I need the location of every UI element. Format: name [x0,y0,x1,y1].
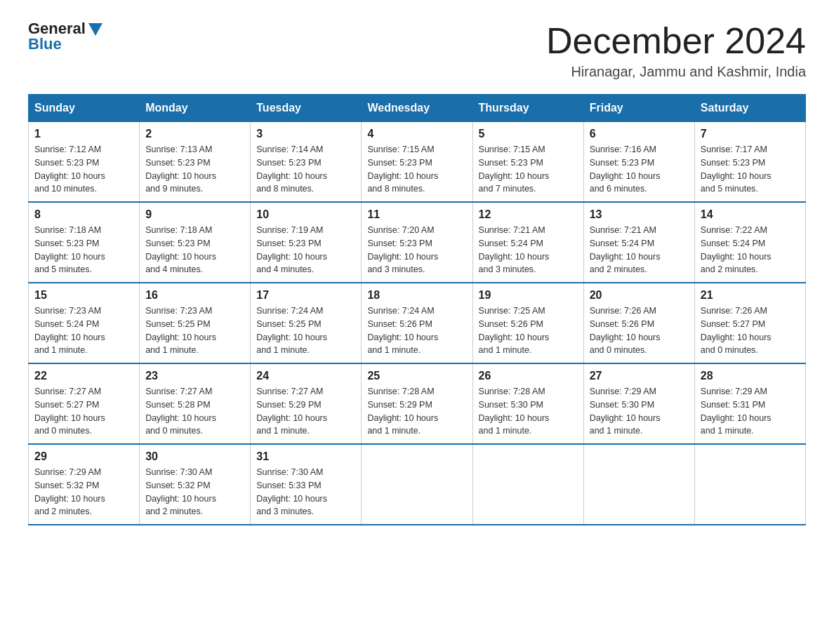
day-number: 30 [145,450,244,463]
day-number: 18 [367,289,466,302]
day-number: 3 [256,128,355,140]
day-number: 4 [367,128,466,140]
day-info: Sunrise: 7:21 AMSunset: 5:24 PMDaylight:… [590,225,661,274]
calendar-cell-w4-d1: 22Sunrise: 7:27 AMSunset: 5:27 PMDayligh… [29,363,140,444]
day-number: 5 [479,128,578,140]
calendar-cell-w1-d6: 6Sunrise: 7:16 AMSunset: 5:23 PMDaylight… [583,122,694,203]
day-info: Sunrise: 7:30 AMSunset: 5:32 PMDaylight:… [145,467,216,516]
day-info: Sunrise: 7:14 AMSunset: 5:23 PMDaylight:… [256,145,327,194]
day-info: Sunrise: 7:18 AMSunset: 5:23 PMDaylight:… [34,225,105,274]
calendar-cell-w1-d4: 4Sunrise: 7:15 AMSunset: 5:23 PMDaylight… [362,122,472,203]
calendar-cell-w2-d2: 9Sunrise: 7:18 AMSunset: 5:23 PMDaylight… [140,202,251,283]
header-friday: Friday [583,95,694,122]
calendar-cell-w4-d6: 27Sunrise: 7:29 AMSunset: 5:30 PMDayligh… [583,363,694,444]
day-info: Sunrise: 7:20 AMSunset: 5:23 PMDaylight:… [367,225,438,274]
calendar-cell-w1-d2: 2Sunrise: 7:13 AMSunset: 5:23 PMDaylight… [140,122,251,203]
header-tuesday: Tuesday [251,95,362,122]
calendar-cell-w4-d4: 25Sunrise: 7:28 AMSunset: 5:29 PMDayligh… [362,363,472,444]
day-number: 12 [479,208,578,221]
calendar-cell-w5-d2: 30Sunrise: 7:30 AMSunset: 5:32 PMDayligh… [140,444,251,525]
day-info: Sunrise: 7:15 AMSunset: 5:23 PMDaylight:… [479,145,550,194]
day-number: 31 [256,450,355,463]
day-info: Sunrise: 7:21 AMSunset: 5:24 PMDaylight:… [479,225,550,274]
calendar-cell-w3-d1: 15Sunrise: 7:23 AMSunset: 5:24 PMDayligh… [29,283,140,363]
day-number: 7 [701,128,800,140]
calendar-cell-w1-d7: 7Sunrise: 7:17 AMSunset: 5:23 PMDaylight… [694,122,805,203]
calendar-cell-w5-d1: 29Sunrise: 7:29 AMSunset: 5:32 PMDayligh… [29,444,140,525]
calendar-cell-w3-d4: 18Sunrise: 7:24 AMSunset: 5:26 PMDayligh… [362,283,472,363]
day-number: 25 [367,370,466,382]
header-monday: Monday [140,95,251,122]
day-number: 10 [256,208,355,221]
calendar-week-5: 29Sunrise: 7:29 AMSunset: 5:32 PMDayligh… [29,444,806,525]
calendar-cell-w1-d3: 3Sunrise: 7:14 AMSunset: 5:23 PMDaylight… [251,122,362,203]
day-info: Sunrise: 7:12 AMSunset: 5:23 PMDaylight:… [34,145,105,194]
calendar-cell-w2-d3: 10Sunrise: 7:19 AMSunset: 5:23 PMDayligh… [251,202,362,283]
day-number: 16 [145,289,244,302]
day-info: Sunrise: 7:19 AMSunset: 5:23 PMDaylight:… [256,225,327,274]
day-info: Sunrise: 7:27 AMSunset: 5:28 PMDaylight:… [145,387,216,436]
calendar-week-3: 15Sunrise: 7:23 AMSunset: 5:24 PMDayligh… [29,283,806,363]
day-info: Sunrise: 7:29 AMSunset: 5:32 PMDaylight:… [34,467,105,516]
calendar-cell-w4-d3: 24Sunrise: 7:27 AMSunset: 5:29 PMDayligh… [251,363,362,444]
day-number: 11 [367,208,466,221]
day-number: 20 [590,289,689,302]
calendar-cell-w2-d7: 14Sunrise: 7:22 AMSunset: 5:24 PMDayligh… [694,202,805,283]
day-info: Sunrise: 7:17 AMSunset: 5:23 PMDaylight:… [701,145,772,194]
day-number: 22 [34,370,133,382]
calendar-cell-w3-d2: 16Sunrise: 7:23 AMSunset: 5:25 PMDayligh… [140,283,251,363]
day-info: Sunrise: 7:28 AMSunset: 5:30 PMDaylight:… [479,387,550,436]
calendar-week-4: 22Sunrise: 7:27 AMSunset: 5:27 PMDayligh… [29,363,806,444]
day-number: 29 [34,450,133,463]
calendar-cell-w4-d5: 26Sunrise: 7:28 AMSunset: 5:30 PMDayligh… [472,363,583,444]
calendar-week-1: 1Sunrise: 7:12 AMSunset: 5:23 PMDaylight… [29,122,806,203]
calendar-cell-w5-d4 [362,444,472,525]
day-number: 14 [701,208,800,221]
logo-triangle-icon [88,23,102,36]
day-info: Sunrise: 7:23 AMSunset: 5:25 PMDaylight:… [145,306,216,355]
calendar-cell-w3-d3: 17Sunrise: 7:24 AMSunset: 5:25 PMDayligh… [251,283,362,363]
day-info: Sunrise: 7:30 AMSunset: 5:33 PMDaylight:… [256,467,327,516]
day-number: 15 [34,289,133,302]
logo: General Blue [28,21,102,52]
calendar-cell-w4-d7: 28Sunrise: 7:29 AMSunset: 5:31 PMDayligh… [694,363,805,444]
day-info: Sunrise: 7:28 AMSunset: 5:29 PMDaylight:… [367,387,438,436]
day-number: 8 [34,208,133,221]
header-wednesday: Wednesday [362,95,472,122]
header-thursday: Thursday [472,95,583,122]
location-text: Hiranagar, Jammu and Kashmir, India [546,64,806,80]
day-info: Sunrise: 7:29 AMSunset: 5:31 PMDaylight:… [701,387,772,436]
day-number: 19 [479,289,578,302]
day-info: Sunrise: 7:16 AMSunset: 5:23 PMDaylight:… [590,145,661,194]
day-number: 9 [145,208,244,221]
logo-general-text: General [28,21,86,36]
calendar-cell-w5-d6 [583,444,694,525]
header-sunday: Sunday [29,95,140,122]
day-info: Sunrise: 7:15 AMSunset: 5:23 PMDaylight:… [367,145,438,194]
title-block: December 2024 Hiranagar, Jammu and Kashm… [546,21,806,80]
calendar-cell-w1-d5: 5Sunrise: 7:15 AMSunset: 5:23 PMDaylight… [472,122,583,203]
day-info: Sunrise: 7:24 AMSunset: 5:25 PMDaylight:… [256,306,327,355]
logo-blue-text: Blue [28,36,102,52]
calendar-cell-w2-d1: 8Sunrise: 7:18 AMSunset: 5:23 PMDaylight… [29,202,140,283]
calendar-cell-w5-d3: 31Sunrise: 7:30 AMSunset: 5:33 PMDayligh… [251,444,362,525]
day-number: 27 [590,370,689,382]
day-info: Sunrise: 7:22 AMSunset: 5:24 PMDaylight:… [701,225,772,274]
calendar-cell-w5-d7 [694,444,805,525]
day-number: 17 [256,289,355,302]
day-number: 2 [145,128,244,140]
header-saturday: Saturday [694,95,805,122]
day-number: 6 [590,128,689,140]
calendar-cell-w2-d5: 12Sunrise: 7:21 AMSunset: 5:24 PMDayligh… [472,202,583,283]
day-number: 13 [590,208,689,221]
day-number: 28 [701,370,800,382]
day-info: Sunrise: 7:29 AMSunset: 5:30 PMDaylight:… [590,387,661,436]
day-info: Sunrise: 7:25 AMSunset: 5:26 PMDaylight:… [479,306,550,355]
calendar-cell-w4-d2: 23Sunrise: 7:27 AMSunset: 5:28 PMDayligh… [140,363,251,444]
day-info: Sunrise: 7:27 AMSunset: 5:29 PMDaylight:… [256,387,327,436]
day-number: 24 [256,370,355,382]
day-info: Sunrise: 7:26 AMSunset: 5:26 PMDaylight:… [590,306,661,355]
day-info: Sunrise: 7:18 AMSunset: 5:23 PMDaylight:… [145,225,216,274]
day-info: Sunrise: 7:23 AMSunset: 5:24 PMDaylight:… [34,306,105,355]
day-number: 26 [479,370,578,382]
